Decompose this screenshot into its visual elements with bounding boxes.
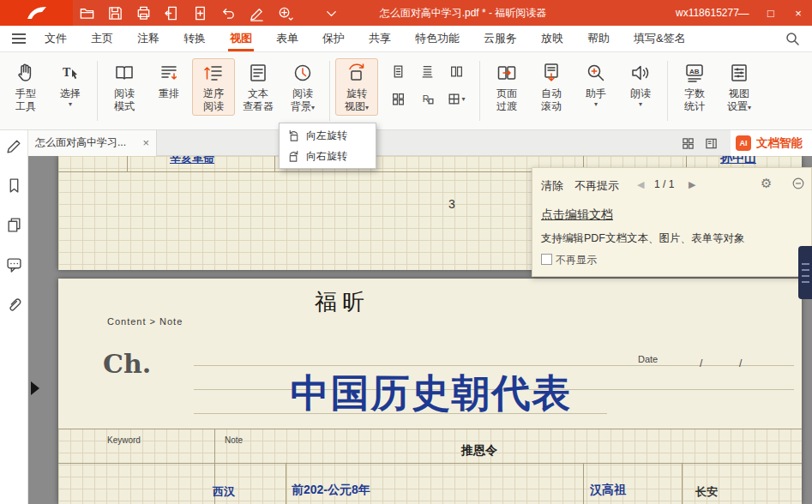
undo-icon[interactable]: [220, 5, 237, 21]
auto-scroll-button[interactable]: 自动 滚动: [530, 58, 573, 116]
text-viewer-button[interactable]: 文本 查看器: [237, 58, 280, 116]
menu-help[interactable]: 帮助: [575, 26, 622, 51]
table-line: [127, 156, 128, 171]
minimize-button[interactable]: —: [730, 0, 757, 26]
page-thumbnails-icon[interactable]: [6, 217, 22, 233]
page-transition-button[interactable]: 页面 过渡: [485, 58, 528, 116]
doc-text: 西汉: [213, 484, 235, 500]
open-file-icon[interactable]: [79, 5, 95, 21]
menu-fill-sign[interactable]: 填写&签名: [622, 26, 698, 51]
auto-scroll-icon: [540, 62, 562, 84]
edit-document-link[interactable]: 点击编辑文档: [541, 207, 613, 223]
table-line: [58, 463, 802, 464]
word-count-button[interactable]: AB 字数 统计: [673, 58, 716, 116]
read-mode-button[interactable]: 阅读 模式: [103, 58, 146, 116]
rotate-view-button[interactable]: 旋转 视图▾: [335, 58, 378, 116]
close-button[interactable]: ×: [785, 0, 812, 26]
no-remind-button[interactable]: 不再提示: [574, 178, 619, 194]
select-tool-button[interactable]: T 选择 ▾: [49, 58, 92, 111]
toolbar-chevron-icon[interactable]: [323, 5, 340, 21]
doc-text: 推恩令: [461, 443, 497, 459]
collapse-circle-icon[interactable]: [792, 177, 804, 189]
rotate-left-item[interactable]: 向左旋转: [280, 125, 376, 146]
chevron-down-icon: ▾: [311, 104, 315, 111]
menu-cloud[interactable]: 云服务: [472, 26, 529, 51]
panel-expand-arrow[interactable]: [31, 381, 39, 395]
page-display-button[interactable]: ▾: [444, 88, 468, 110]
continuous-pages-icon: [420, 64, 435, 79]
chevron-down-icon: ▾: [69, 100, 72, 108]
single-page-icon: [391, 64, 406, 79]
menu-convert[interactable]: 转换: [171, 26, 218, 51]
save-icon[interactable]: [107, 5, 123, 21]
single-page-view-button[interactable]: [386, 61, 410, 82]
annotate-pencil-icon[interactable]: [6, 138, 22, 154]
menu-file[interactable]: 文件: [33, 26, 79, 51]
assistant-magnifier-icon: [585, 62, 607, 84]
menu-presentation[interactable]: 放映: [529, 26, 575, 51]
next-page-icon[interactable]: ▶: [689, 179, 695, 190]
search-icon[interactable]: [785, 31, 800, 46]
window-controls: — □ ×: [730, 0, 812, 26]
reading-background-button[interactable]: 阅读 背景▾: [281, 58, 324, 116]
assistant-button[interactable]: 助手 ▾: [574, 58, 617, 111]
bookmark-icon[interactable]: [6, 177, 22, 194]
menu-view[interactable]: 视图: [218, 26, 264, 51]
document-area[interactable]: 辛亥革命 孙中山 3 福昕 Content > Note Ch. Date / …: [28, 156, 812, 504]
view-settings-button[interactable]: 视图 设置▾: [718, 58, 761, 116]
tab-title: 怎么面对高中学习...: [35, 135, 126, 150]
continuous-view-button[interactable]: [415, 61, 439, 82]
menu-home[interactable]: 主页: [79, 26, 125, 51]
pdf-page-2: 福昕 Content > Note Ch. Date / / 中国历史朝代表 K…: [58, 279, 802, 504]
ribbon-divider: [479, 61, 480, 121]
read-aloud-button[interactable]: 朗读 ▾: [619, 58, 662, 111]
paperclip-icon[interactable]: [6, 296, 22, 312]
tip-description: 支持编辑PDF文档文本、图片、表单等对象: [541, 231, 745, 246]
edit-pen-icon[interactable]: [249, 5, 265, 21]
edit-tip-panel: 清除 不再提示 ◀ 1 / 1 ▶ ⚙ 点击编辑文档 支持编辑PDF文档文本、图…: [532, 167, 812, 277]
new-doc-icon[interactable]: [192, 5, 208, 21]
export-doc-icon[interactable]: [164, 5, 180, 21]
menu-protect[interactable]: 保护: [310, 26, 357, 51]
hamburger-icon[interactable]: [12, 33, 26, 44]
menu-comment[interactable]: 注释: [125, 26, 171, 51]
page-panel-icon[interactable]: [705, 137, 718, 150]
split-view-button[interactable]: R: [415, 88, 439, 110]
print-icon[interactable]: [135, 5, 152, 21]
doc-text: 辛亥革命: [170, 156, 214, 166]
grid-view-icon[interactable]: [682, 137, 695, 150]
reflow-button[interactable]: 重排: [147, 58, 190, 103]
ribbon-divider: [667, 61, 668, 121]
clear-button[interactable]: 清除: [541, 178, 563, 194]
doc-breadcrumb: Content > Note: [107, 316, 183, 327]
table-line: [682, 463, 683, 504]
dont-show-label: 不再显示: [556, 253, 597, 267]
scroll-grip[interactable]: [798, 246, 812, 299]
menu-share[interactable]: 共享: [357, 26, 403, 51]
prev-page-icon[interactable]: ◀: [637, 179, 644, 190]
reverse-reading-icon: [202, 62, 225, 84]
hand-tool-button[interactable]: 手型 工具: [4, 58, 47, 116]
maximize-button[interactable]: □: [757, 0, 785, 26]
menu-features[interactable]: 特色功能: [403, 26, 472, 51]
comment-bubble-icon[interactable]: [6, 256, 22, 273]
gear-icon[interactable]: ⚙: [761, 176, 772, 191]
tab-close-icon[interactable]: ×: [142, 137, 149, 148]
menu-form[interactable]: 表单: [264, 26, 310, 51]
text-doc-icon: [247, 62, 269, 84]
continuous-facing-view-button[interactable]: [386, 88, 410, 110]
reverse-reading-button[interactable]: 逆序 阅读: [192, 58, 235, 116]
foxit-logo[interactable]: [0, 0, 73, 26]
share-settings-icon[interactable]: [277, 5, 293, 21]
rotate-right-item[interactable]: 向右旋转: [280, 146, 376, 166]
facing-view-button[interactable]: [444, 61, 468, 82]
word-count-icon: AB: [683, 62, 706, 84]
document-tab[interactable]: 怎么面对高中学习... ×: [28, 130, 157, 156]
rotate-left-icon: [287, 129, 300, 142]
dont-show-checkbox[interactable]: [541, 254, 552, 265]
keyword-label: Keyword: [107, 435, 141, 445]
rotate-view-icon: [346, 62, 368, 84]
foxit-logo-icon: [26, 4, 48, 21]
ruled-line: [194, 365, 794, 366]
doc-intelligence-button[interactable]: AI 文档智能: [731, 130, 812, 156]
